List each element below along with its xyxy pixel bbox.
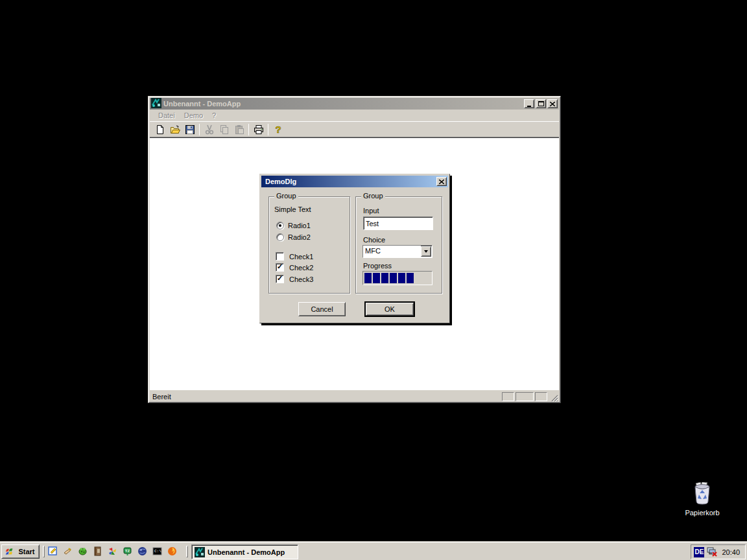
start-button[interactable]: Start [1,544,40,559]
close-button[interactable] [547,99,558,108]
help-button[interactable]: ? [270,122,285,137]
task-button-label: Unbenannt - DemoApp [208,548,285,556]
copy-icon [219,124,230,135]
statusbar: Bereit [150,390,559,402]
cut-scissors-icon [204,124,215,135]
toolbar: ? [150,121,559,137]
chevron-down-icon [424,250,428,253]
check1-box[interactable] [276,252,284,261]
notepad-icon[interactable] [47,546,58,556]
check2[interactable]: Check2 [276,263,313,272]
pinwheel-icon[interactable] [107,546,117,556]
cut-button[interactable] [202,122,217,137]
radio1-circle[interactable] [276,222,284,229]
app-icon [195,547,205,557]
demo-dialog: DemoDlg Group Simple Text Radio1 Radio2 … [259,174,450,323]
progress-label: Progress [363,262,392,270]
maximize-button[interactable] [536,99,546,108]
radio1[interactable]: Radio1 [276,222,311,229]
windows-logo-icon [6,547,16,556]
menu-demo[interactable]: Demo [180,111,208,120]
resize-grip[interactable] [550,393,558,402]
copy-button[interactable] [217,122,231,137]
input-label: Input [363,207,379,215]
svg-text:?: ? [275,124,281,135]
quick-launch-bar: TZ C:\ [47,546,177,556]
paste-clipboard-icon [234,124,244,135]
start-label: Start [18,548,34,555]
choice-combobox[interactable]: MFC [362,245,433,258]
check3-label: Check3 [289,275,313,283]
print-button[interactable] [251,122,266,137]
close-icon [550,102,555,106]
command-prompt-icon[interactable]: C:\ [152,546,162,556]
new-document-icon [155,124,165,135]
main-window-titlebar[interactable]: Unbenannt - DemoApp [150,98,559,110]
groupbox-left: Group Simple Text Radio1 Radio2 Check1 C… [268,196,350,294]
check1-label: Check1 [289,253,313,261]
toolbar-separator [199,124,200,135]
combobox-dropdown-button[interactable] [421,246,431,257]
progress-bar [362,271,433,285]
save-floppy-icon [185,124,195,135]
new-document-button[interactable] [152,122,167,137]
check2-label: Check2 [289,264,313,272]
clock[interactable]: 20:40 [720,548,740,556]
bug-icon[interactable] [77,546,88,556]
radio1-label: Radio1 [288,222,311,229]
firefox-icon[interactable] [167,546,177,556]
taskbar-gripper[interactable] [186,546,188,557]
printer-icon [254,124,264,135]
recycle-bin-label: Papierkorb [680,509,725,517]
status-pane [535,392,547,401]
menu-datei[interactable]: Datei [154,111,180,120]
open-file-button[interactable] [167,122,182,137]
choice-value: MFC [363,246,421,257]
language-indicator[interactable]: DE [694,547,704,557]
status-pane [516,392,534,401]
help-icon: ? [273,124,283,135]
groupbox-left-label: Group [274,192,298,200]
book-icon[interactable] [92,546,102,556]
cancel-button[interactable]: Cancel [298,302,346,316]
toolbar-separator [248,124,249,135]
recycle-bin-icon [691,482,713,506]
svg-text:TZ: TZ [124,549,130,553]
radio2-label: Radio2 [288,233,311,241]
menubar: Datei Demo ? [150,110,559,121]
svg-text:C:\: C:\ [154,549,161,554]
toolbar-separator [268,124,268,135]
radio2-circle[interactable] [276,233,284,241]
input-field[interactable] [363,216,433,230]
groupbox-right-label: Group [361,192,385,200]
menu-help[interactable]: ? [208,111,220,120]
status-pane [502,392,514,401]
tz-icon[interactable]: TZ [122,546,132,556]
status-text: Bereit [152,393,171,401]
radio2[interactable]: Radio2 [276,233,311,241]
recycle-bin-desktop-icon[interactable]: Papierkorb [680,482,725,517]
handwriting-icon[interactable] [62,546,73,556]
app-icon [151,98,161,110]
dialog-close-button[interactable] [436,177,447,186]
save-button[interactable] [182,122,197,137]
check3[interactable]: Check3 [276,275,313,283]
network-disconnected-icon[interactable] [707,546,718,558]
groupbox-right: Group Input Choice MFC Progress [355,196,442,294]
check2-box[interactable] [276,263,284,272]
minimize-button[interactable] [524,99,534,108]
taskbar-gripper[interactable] [43,546,45,557]
system-tray: DE 20:40 [691,544,746,559]
dialog-titlebar[interactable]: DemoDlg [261,176,448,187]
check3-box[interactable] [276,275,284,283]
paste-button[interactable] [231,122,246,137]
globe-icon[interactable] [137,546,147,556]
check1[interactable]: Check1 [276,252,313,261]
taskbar: Start TZ C:\ Unben [0,542,747,560]
dialog-body: Group Simple Text Radio1 Radio2 Check1 C… [261,187,448,320]
taskbar-task-button[interactable]: Unbenannt - DemoApp [191,544,298,559]
close-icon [439,180,444,184]
choice-label: Choice [363,236,385,244]
ok-button[interactable]: OK [366,303,414,316]
ok-button-default-ring: OK [364,301,415,317]
